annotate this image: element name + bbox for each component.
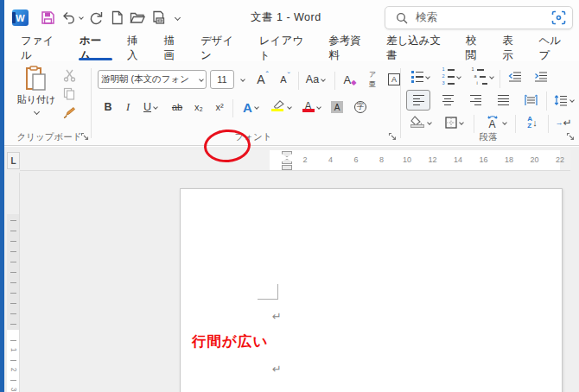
vruler-number: 1 [10, 345, 18, 355]
separator [548, 115, 549, 133]
character-shading-button[interactable]: A [328, 98, 347, 117]
tab-デザイン[interactable]: デザイン [193, 35, 251, 61]
tab-参考資料[interactable]: 参考資料 [321, 35, 379, 61]
tab-描画[interactable]: 描画 [156, 35, 192, 61]
vruler-tick [10, 360, 16, 361]
line-spacing-icon [554, 94, 568, 106]
distribute-button[interactable] [519, 90, 543, 111]
chevron-down-icon [175, 14, 181, 20]
tab-表示[interactable]: 表示 [494, 35, 531, 61]
grow-font-button[interactable]: Aˆ [253, 70, 272, 89]
search-box[interactable]: 検索 [385, 6, 573, 29]
distribute-icon [524, 93, 538, 107]
vruler-tick [10, 293, 16, 294]
open-button[interactable] [127, 6, 148, 28]
change-case-button[interactable]: Aa [302, 70, 329, 89]
undo-button[interactable] [58, 6, 86, 28]
decrease-indent-button[interactable] [504, 68, 526, 85]
multilevel-list-button[interactable]: 1 a i [468, 68, 496, 85]
customize-qat-button[interactable] [169, 6, 184, 28]
hruler-number: 16 [475, 155, 493, 164]
numbering-button[interactable]: 1 2 3 [437, 68, 465, 85]
tab-stop-selector[interactable]: L [7, 152, 20, 169]
italic-button[interactable]: I [120, 98, 136, 117]
shrink-font-button[interactable]: Aˇ [276, 70, 295, 89]
visual-search-icon[interactable] [550, 9, 567, 26]
vertical-ruler-text-area [7, 330, 19, 392]
strikethrough-button[interactable]: ab [167, 98, 188, 117]
align-left-button[interactable] [406, 90, 430, 111]
underline-button[interactable]: U [137, 98, 163, 117]
shading-button[interactable] [406, 113, 436, 132]
align-center-button[interactable] [436, 90, 460, 111]
print-preview-button[interactable] [148, 6, 169, 28]
redo-button[interactable] [86, 6, 106, 28]
undo-chevron-icon[interactable] [79, 15, 84, 20]
separator [298, 72, 299, 90]
align-right-button[interactable] [463, 90, 487, 111]
vruler-tick [10, 272, 16, 273]
justify-icon [498, 95, 509, 105]
vruler-tick [10, 303, 16, 304]
align-right-icon [470, 95, 481, 105]
font-size-chevron-button[interactable] [234, 70, 248, 89]
vertical-ruler[interactable]: 1234 [7, 173, 20, 392]
vruler-tick [10, 324, 16, 325]
horizontal-ruler[interactable]: 246810121416182022 [20, 150, 570, 171]
tab-ホーム[interactable]: ホーム [72, 35, 119, 61]
tab-ファイル[interactable]: ファイル [13, 35, 72, 61]
clipboard-dialog-launcher[interactable] [80, 132, 90, 142]
font-size-combobox[interactable]: 11 [210, 70, 234, 89]
shading-color-bar [410, 124, 424, 128]
font-name-combobox[interactable]: 游明朝 (本文のフォン [98, 70, 207, 89]
font-dialog-launcher[interactable] [388, 132, 398, 142]
justify-button[interactable] [491, 90, 515, 111]
increase-indent-button[interactable] [530, 68, 552, 85]
vruler-number: 3 [10, 385, 18, 392]
line-spacing-button[interactable] [550, 90, 577, 111]
bold-button[interactable]: B [99, 98, 117, 117]
group-separator [400, 68, 401, 138]
character-scaling-button[interactable]: A [479, 113, 512, 132]
new-document-button[interactable] [106, 6, 127, 28]
hruler-number: 10 [398, 155, 416, 164]
clear-formatting-button[interactable]: A◆ [340, 70, 360, 89]
bullets-button[interactable] [406, 68, 434, 85]
separator [499, 70, 500, 88]
superscript-button[interactable]: x² [210, 98, 229, 117]
paragraph-dialog-launcher[interactable] [566, 132, 576, 142]
copy-button[interactable] [60, 85, 79, 102]
enclose-characters-button[interactable]: 字 [350, 98, 371, 117]
borders-button[interactable] [439, 113, 468, 132]
separator [515, 115, 516, 133]
tab-差し込み文書[interactable]: 差し込み文書 [379, 35, 458, 61]
cut-scissors-icon [63, 69, 76, 82]
annotation-text: 行間が広い [192, 332, 268, 351]
tab-レイアウト[interactable]: レイアウト [251, 35, 321, 61]
cut-button[interactable] [60, 66, 79, 84]
paste-button[interactable]: 貼り付け [15, 66, 58, 130]
vruler-number: 2 [10, 365, 18, 375]
sort-button[interactable]: A Z ↓ [520, 113, 544, 132]
tab-校閲[interactable]: 校閲 [458, 35, 494, 61]
document-page[interactable]: ↵ 行間が広い ↵ [180, 188, 563, 392]
format-painter-button[interactable] [60, 104, 79, 121]
vruler-tick [10, 251, 16, 252]
font-color-button[interactable]: A [298, 98, 324, 117]
left-indent-marker[interactable] [282, 165, 292, 170]
paragraph-mark: ↵ [272, 363, 282, 376]
subscript-button[interactable]: x₂ [189, 98, 208, 117]
show-editing-marks-button[interactable]: → ↵ [551, 113, 576, 132]
vruler-tick [10, 340, 16, 341]
tab-ヘルプ[interactable]: ヘルプ [531, 35, 579, 61]
hruler-number: 18 [500, 155, 518, 164]
decrease-indent-icon [508, 72, 522, 82]
save-button[interactable] [37, 6, 58, 28]
hruler-number: 2 [296, 155, 314, 164]
text-highlight-button[interactable] [267, 98, 295, 117]
format-painter-icon [62, 106, 76, 119]
text-effects-button[interactable]: A [238, 98, 264, 117]
word-logo-icon[interactable]: W [12, 9, 29, 26]
phonetic-guide-button[interactable]: ア 亜 [364, 68, 381, 91]
tab-挿入[interactable]: 挿入 [119, 35, 156, 61]
